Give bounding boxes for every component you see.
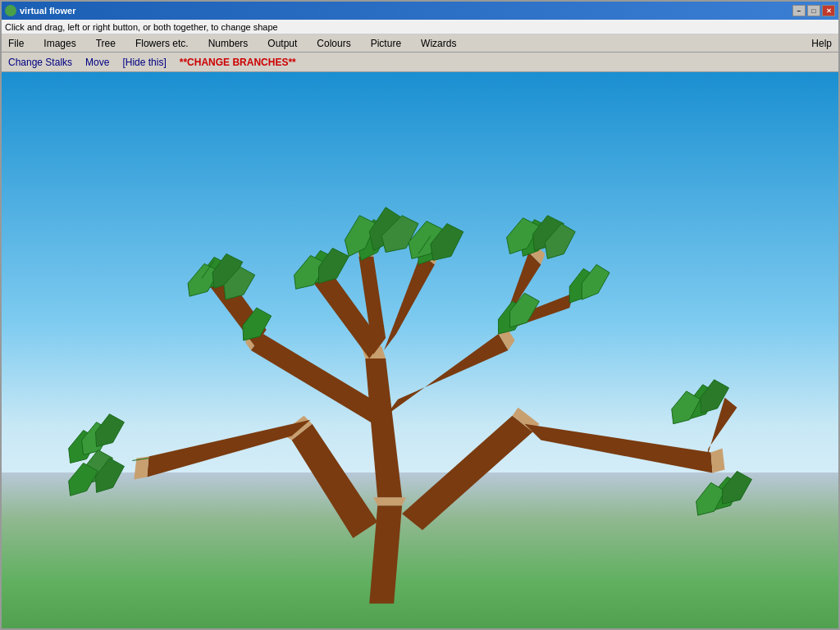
svg-marker-6 bbox=[365, 358, 402, 497]
menu-wizards[interactable]: Wizards bbox=[418, 36, 459, 51]
title-controls: − □ ✕ bbox=[792, 5, 835, 16]
svg-marker-15 bbox=[711, 449, 725, 473]
svg-marker-14 bbox=[525, 424, 713, 473]
svg-marker-2 bbox=[292, 424, 378, 538]
menu-tree[interactable]: Tree bbox=[93, 36, 119, 51]
svg-marker-53 bbox=[723, 471, 752, 504]
svg-marker-56 bbox=[96, 414, 125, 447]
menu-bar: File Images Tree Flowers etc. Numbers Ou… bbox=[2, 34, 838, 52]
toolbar-change-stalks[interactable]: Change Stalks bbox=[8, 57, 72, 68]
toolbar: Change Stalks Move [Hide this] **CHANGE … bbox=[2, 52, 838, 72]
app-window: virtual flower − □ ✕ Click and drag, lef… bbox=[0, 0, 840, 630]
menu-file[interactable]: File bbox=[5, 36, 27, 51]
svg-marker-22 bbox=[384, 253, 435, 350]
svg-marker-12 bbox=[147, 420, 310, 477]
toolbar-move[interactable]: Move bbox=[85, 57, 109, 68]
minimize-button[interactable]: − bbox=[792, 5, 806, 16]
tooltip-text: Click and drag, left or right button, or… bbox=[5, 22, 278, 32]
menu-colours[interactable]: Colours bbox=[313, 36, 354, 51]
title-bar: virtual flower − □ ✕ bbox=[2, 2, 838, 20]
menu-picture[interactable]: Picture bbox=[368, 36, 404, 51]
menu-flowers[interactable]: Flowers etc. bbox=[132, 36, 192, 51]
svg-marker-1 bbox=[373, 497, 406, 505]
menu-help[interactable]: Help bbox=[808, 36, 835, 51]
svg-marker-4 bbox=[402, 416, 532, 530]
canvas-area[interactable] bbox=[2, 72, 838, 628]
tree-svg[interactable] bbox=[2, 72, 838, 628]
toolbar-hide[interactable]: [Hide this] bbox=[122, 57, 166, 68]
maximize-button[interactable]: □ bbox=[807, 5, 820, 16]
tooltip-bar: Click and drag, left or right button, or… bbox=[2, 20, 838, 34]
close-button[interactable]: ✕ bbox=[822, 5, 835, 16]
toolbar-change-branches[interactable]: **CHANGE BRANCHES** bbox=[180, 57, 296, 68]
menu-images[interactable]: Images bbox=[40, 36, 79, 51]
app-icon bbox=[5, 5, 16, 16]
menu-numbers[interactable]: Numbers bbox=[205, 36, 252, 51]
window-title: virtual flower bbox=[20, 6, 75, 16]
svg-marker-10 bbox=[386, 334, 508, 416]
menu-output[interactable]: Output bbox=[264, 36, 300, 51]
title-bar-left: virtual flower bbox=[5, 5, 75, 16]
